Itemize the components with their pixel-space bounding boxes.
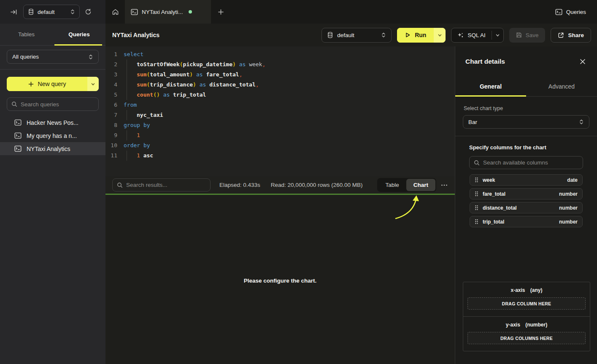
topbar-database-selector[interactable]: default	[23, 5, 80, 19]
sql-ai-button[interactable]: SQL AI	[451, 32, 491, 38]
column-card-fare-total[interactable]: fare_total number	[470, 188, 583, 200]
query-list-item-active[interactable]: NYTaxi Analytics	[0, 142, 105, 155]
query-list: Hacker News Pos... My query has a n... N…	[0, 116, 105, 155]
code-text[interactable]: sum(total_amount) as fare_total,	[124, 70, 242, 80]
tab-advanced[interactable]: Advanced	[526, 77, 597, 96]
line-number: 10	[105, 140, 117, 151]
code-line[interactable]: 6from	[105, 100, 455, 110]
rows-read-stat: Read: 20,000,000 rows (260.00 MB)	[271, 182, 363, 188]
new-query-label: New query	[38, 81, 66, 87]
drag-handle-icon[interactable]	[475, 205, 478, 210]
line-number: 2	[105, 59, 117, 70]
tab-nytaxi-analytics[interactable]: NYTaxi Analyti...	[125, 0, 211, 24]
code-line[interactable]: 4sum(trip_distance) as distance_total,	[105, 80, 455, 90]
home-button[interactable]	[105, 0, 125, 24]
y-axis-hint: (number)	[525, 322, 547, 328]
query-item-label: Hacker News Pos...	[27, 119, 78, 126]
code-text[interactable]: toStartOfWeek(pickup_datetime) as week,	[124, 59, 265, 70]
code-text[interactable]: 1	[124, 130, 140, 140]
code-line[interactable]: 2toStartOfWeek(pickup_datetime) as week,	[105, 59, 455, 70]
column-card-week[interactable]: week date	[470, 174, 583, 186]
code-text[interactable]: count() as trip_total	[124, 90, 206, 100]
line-number: 4	[105, 80, 117, 90]
chart-type-label: Select chart type	[464, 105, 597, 111]
query-list-item[interactable]: My query has a n...	[0, 129, 105, 142]
drag-handle-icon[interactable]	[475, 219, 478, 224]
search-columns-input[interactable]	[483, 159, 578, 166]
search-columns-box	[469, 156, 583, 169]
code-text[interactable]: nyc_taxi	[124, 110, 163, 120]
code-line[interactable]: 91	[105, 130, 455, 140]
view-toggle-table[interactable]: Table	[378, 179, 406, 191]
code-text[interactable]: group by	[124, 120, 150, 130]
code-text[interactable]: from	[124, 100, 137, 110]
code-text[interactable]: order by	[124, 140, 150, 151]
column-type: number	[559, 205, 578, 211]
save-button[interactable]: Save	[509, 28, 546, 43]
code-text[interactable]: 1 asc	[124, 151, 153, 161]
chart-type-dropdown[interactable]: Bar	[463, 115, 589, 129]
line-number: 8	[105, 120, 117, 130]
line-number: 11	[105, 151, 117, 161]
topbar-queries-button[interactable]: Queries	[555, 0, 586, 24]
new-tab-button[interactable]	[211, 0, 230, 24]
tab-general[interactable]: General	[455, 77, 526, 96]
code-line[interactable]: 10order by	[105, 140, 455, 151]
query-console-icon	[14, 119, 22, 126]
column-card-distance-total[interactable]: distance_total number	[470, 202, 583, 213]
query-list-item[interactable]: Hacker News Pos...	[0, 116, 105, 129]
x-axis-hint: (any)	[530, 287, 543, 293]
drag-handle-icon[interactable]	[475, 191, 478, 197]
code-text[interactable]: sum(trip_distance) as distance_total,	[124, 80, 259, 90]
tab-tables[interactable]: Tables	[0, 24, 53, 45]
sql-editor[interactable]: 1select2toStartOfWeek(pickup_datetime) a…	[105, 46, 455, 176]
tab-queries[interactable]: Queries	[53, 24, 105, 45]
refresh-button[interactable]	[82, 6, 94, 18]
share-button[interactable]: Share	[551, 28, 591, 43]
new-query-button[interactable]: New query	[7, 77, 99, 91]
view-toggle-chart[interactable]: Chart	[406, 179, 435, 191]
columns-section-label: Specify columns for the chart	[469, 144, 597, 151]
run-options-toggle[interactable]	[434, 28, 446, 43]
drag-handle-icon[interactable]	[475, 177, 478, 183]
collapse-sidebar-icon	[10, 8, 17, 16]
sidebar: Tables Queries All queries New query	[0, 24, 105, 364]
chart-type-value: Bar	[468, 119, 579, 125]
save-icon	[516, 32, 522, 38]
sql-ai-options-toggle[interactable]	[492, 33, 503, 38]
code-line[interactable]: 1select	[105, 49, 455, 59]
sql-ai-button-group: SQL AI	[451, 28, 503, 43]
line-number: 5	[105, 90, 117, 100]
query-console-icon	[14, 146, 22, 152]
editor-database-selector[interactable]: default	[321, 28, 392, 43]
code-line[interactable]: 8group by	[105, 120, 455, 130]
y-axis-drop-zone[interactable]: DRAG COLUMNS HERE	[467, 332, 586, 344]
code-line[interactable]: 111 asc	[105, 151, 455, 161]
topbar-queries-label: Queries	[566, 9, 586, 15]
hint-arrow-icon	[390, 195, 428, 224]
query-filter-dropdown[interactable]: All queries	[7, 50, 99, 64]
new-query-dropdown-toggle[interactable]	[87, 77, 99, 91]
line-number: 7	[105, 110, 117, 120]
unsaved-status-dot	[189, 10, 192, 13]
column-card-trip-total[interactable]: trip_total number	[470, 216, 583, 227]
database-icon	[327, 32, 333, 38]
search-queries-input[interactable]	[21, 101, 94, 108]
x-axis-drop-zone[interactable]: DRAG COLUMN HERE	[467, 297, 586, 310]
more-options-button[interactable]	[439, 182, 449, 188]
divider	[0, 69, 105, 70]
query-console-icon	[14, 132, 22, 139]
code-line[interactable]: 5count() as trip_total	[105, 90, 455, 100]
top-bar: default NYTaxi Analyti...	[0, 0, 597, 24]
column-name: trip_total	[483, 219, 555, 225]
line-number: 1	[105, 49, 117, 59]
code-text[interactable]: select	[124, 49, 143, 59]
chevron-down-icon	[495, 33, 500, 38]
code-line[interactable]: 3sum(total_amount) as fare_total,	[105, 70, 455, 80]
run-button-group: Run	[397, 28, 446, 43]
search-results-input[interactable]	[126, 182, 206, 188]
close-panel-button[interactable]	[578, 57, 588, 67]
collapse-sidebar-button[interactable]	[8, 6, 20, 18]
code-line[interactable]: 7nyc_taxi	[105, 110, 455, 120]
run-button[interactable]: Run	[397, 28, 434, 43]
